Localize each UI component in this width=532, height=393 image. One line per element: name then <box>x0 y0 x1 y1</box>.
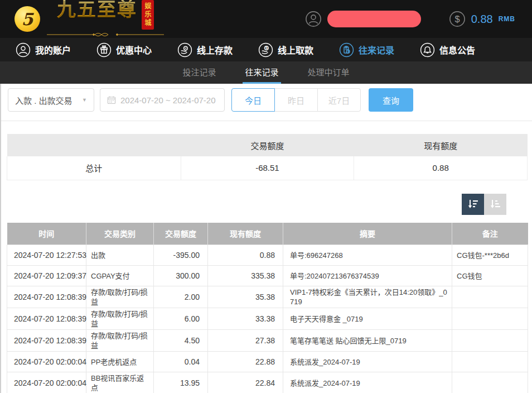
summary-row: 总计 -68.51 0.88 <box>7 156 528 180</box>
sort-descending-button[interactable] <box>462 194 484 215</box>
username-redacted <box>327 11 421 27</box>
balance-amount: 0.88 <box>471 13 493 26</box>
cell-balance: 335.38 <box>208 266 283 286</box>
cell-summary: VIP1-7特权彩金《当天累计，次日14:20领取》_0719 <box>283 286 452 308</box>
calendar-icon <box>107 95 116 104</box>
user-avatar-icon <box>305 11 322 27</box>
header-type: 交易类别 <box>86 223 154 245</box>
cell-balance: 35.38 <box>208 286 283 308</box>
table-row: 2024-07-20 12:27:53 出款 -395.00 0.88 单号:6… <box>7 245 528 266</box>
dollar-icon: $ <box>449 11 466 27</box>
summary-header-transaction: 交易额度 <box>181 134 354 156</box>
gift-icon <box>96 42 112 57</box>
sort-ascending-button[interactable] <box>484 194 506 215</box>
records-header-row: 时间 交易类别 交易额度 现有额度 摘要 备注 <box>7 223 528 245</box>
nav-label: 线上存款 <box>197 43 233 56</box>
filter-bar: 入款 . 出款交易 ▼ 2024-07-20 ~ 2024-07-20 今日 昨… <box>1 88 532 112</box>
cell-type: CGPAY支付 <box>86 266 154 286</box>
bell-icon <box>420 42 435 57</box>
nav-item-transactions[interactable]: 往来记录 <box>339 42 394 57</box>
transaction-type-select[interactable]: 入款 . 出款交易 ▼ <box>8 88 94 112</box>
header-remark: 备注 <box>452 223 528 245</box>
cell-summary: 单号:696247268 <box>283 245 452 266</box>
sort-descending-icon <box>467 198 479 210</box>
cell-remark <box>452 352 528 372</box>
cell-remark <box>452 286 528 308</box>
top-header: 5 九五至尊 娱乐城 $ 0.88 RMB <box>0 0 532 38</box>
withdraw-icon: $ <box>258 42 273 57</box>
header-balance: 现有额度 <box>208 223 283 245</box>
summary-table: 交易额度 现有额度 总计 -68.51 0.88 <box>7 134 528 180</box>
summary-transaction-total: -68.51 <box>181 156 354 180</box>
header-amount: 交易额度 <box>154 223 208 245</box>
sort-controls <box>1 194 506 215</box>
svg-text:$: $ <box>454 14 460 24</box>
cell-amount: 13.95 <box>154 372 208 393</box>
cell-time: 2024-07-20 12:08:39 <box>7 308 86 330</box>
table-row: 2024-07-20 02:00:04 BB视讯百家乐返点 13.95 22.8… <box>7 372 528 393</box>
cell-type: PP老虎机返点 <box>86 352 154 372</box>
cell-summary: 系统派发_2024-07-19 <box>283 372 452 393</box>
summary-header-balance: 现有额度 <box>354 134 528 156</box>
nav-label: 线上取款 <box>278 43 313 56</box>
brand-flourish-icon <box>47 31 164 38</box>
cell-type: 存款/取款/打码/损益 <box>86 308 154 330</box>
nav-label: 我的账户 <box>35 43 71 56</box>
cell-amount: 300.00 <box>154 266 208 286</box>
yesterday-button[interactable]: 昨日 <box>274 88 318 112</box>
quick-date-group: 今日 昨日 近7日 <box>231 88 361 112</box>
cell-amount: 0.04 <box>154 352 208 372</box>
transaction-type-value: 入款 . 出款交易 <box>15 94 72 106</box>
cell-balance: 0.88 <box>208 245 283 266</box>
content-area: 入款 . 出款交易 ▼ 2024-07-20 ~ 2024-07-20 今日 昨… <box>0 84 532 393</box>
nav-item-promotions[interactable]: 优惠中心 <box>96 42 152 57</box>
cell-balance: 22.84 <box>208 372 283 393</box>
cell-balance: 33.38 <box>208 308 283 330</box>
tab-transaction-records[interactable]: 往来记录 <box>243 61 280 84</box>
brand-monogram-icon: 5 <box>14 6 40 32</box>
nav-item-withdraw[interactable]: $ 线上取款 <box>258 42 313 57</box>
date-range-value: 2024-07-20 ~ 2024-07-20 <box>120 95 216 105</box>
cell-time: 2024-07-20 12:08:39 <box>7 330 86 352</box>
cell-type: 存款/取款/打码/损益 <box>86 330 154 352</box>
header-summary: 摘要 <box>283 223 452 245</box>
nav-item-my-account[interactable]: 我的账户 <box>16 42 71 57</box>
cell-amount: 2.00 <box>154 286 208 308</box>
table-row: 2024-07-20 12:09:37 CGPAY支付 300.00 335.3… <box>7 266 528 286</box>
record-subtabs: 投注记录 往来记录 处理中订单 <box>0 61 532 84</box>
cell-time: 2024-07-20 12:09:37 <box>7 266 86 286</box>
cell-remark <box>452 330 528 352</box>
cell-summary: 系统派发_2024-07-19 <box>283 352 452 372</box>
last7days-button[interactable]: 近7日 <box>317 88 361 112</box>
search-button[interactable]: 查询 <box>369 88 413 112</box>
table-row: 2024-07-20 12:08:39 存款/取款/打码/损益 6.00 33.… <box>7 308 528 330</box>
cell-amount: 6.00 <box>154 308 208 330</box>
tab-pending-orders[interactable]: 处理中订单 <box>306 61 352 84</box>
nav-item-deposit[interactable]: 线上存款 <box>177 42 233 57</box>
cell-amount: 4.50 <box>154 330 208 352</box>
cell-remark: CG钱包 <box>452 266 528 286</box>
brand-logo[interactable]: 5 九五至尊 娱乐城 <box>14 0 164 38</box>
main-nav: 我的账户 优惠中心 线上存款 $ 线上取款 <box>0 38 532 61</box>
cell-summary: 笔笔存笔笔送 贴心回馈无上限_0719 <box>283 330 452 352</box>
cell-summary: 单号:202407213676374539 <box>283 266 452 286</box>
sort-ascending-icon <box>489 198 501 210</box>
cell-balance: 22.88 <box>208 352 283 372</box>
date-range-input[interactable]: 2024-07-20 ~ 2024-07-20 <box>100 88 225 112</box>
table-row: 2024-07-20 12:08:39 存款/取款/打码/损益 2.00 35.… <box>7 286 528 308</box>
nav-label: 往来记录 <box>359 43 394 56</box>
cell-balance: 27.38 <box>208 330 283 352</box>
section-divider <box>1 121 532 121</box>
header-time: 时间 <box>7 223 86 245</box>
cell-type: 存款/取款/打码/损益 <box>86 286 154 308</box>
balance-currency: RMB <box>499 15 515 23</box>
cell-remark <box>452 308 528 330</box>
user-icon <box>16 42 31 57</box>
nav-item-announcements[interactable]: 信息公告 <box>420 42 475 57</box>
brand-title: 九五至尊 <box>57 0 137 19</box>
svg-text:$: $ <box>265 46 268 50</box>
today-button[interactable]: 今日 <box>231 88 275 112</box>
cell-type: 出款 <box>86 245 154 266</box>
tab-betting-records[interactable]: 投注记录 <box>180 61 218 84</box>
summary-total-label: 总计 <box>7 156 181 180</box>
